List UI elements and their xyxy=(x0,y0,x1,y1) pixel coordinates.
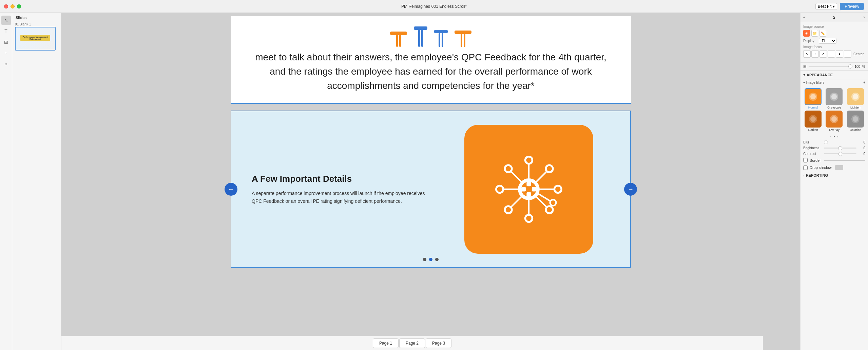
slide-top-content: meet to talk about their answers, the em… xyxy=(231,16,631,104)
contrast-thumb[interactable] xyxy=(838,152,842,156)
panel-number: 2 xyxy=(833,15,835,19)
slide-dots xyxy=(423,258,439,261)
slides-panel-header: Slides xyxy=(15,16,58,20)
panel-close[interactable]: × xyxy=(863,15,865,19)
filter-colorize[interactable]: Colorize xyxy=(846,111,865,132)
add-filter-btn[interactable]: + xyxy=(863,81,865,84)
blur-circle-icon xyxy=(824,140,828,144)
cursor-tool[interactable]: ↖ xyxy=(1,16,11,25)
svg-point-11 xyxy=(547,166,552,171)
traffic-lights xyxy=(4,4,21,8)
plus-tool[interactable]: + xyxy=(1,48,11,58)
blur-slider-row: Blur 0 xyxy=(801,139,868,145)
svg-point-8 xyxy=(526,158,531,163)
slide-thumb-content: Performance ManagementReimagined xyxy=(16,27,55,50)
drop-shadow-checkbox[interactable] xyxy=(803,166,808,170)
stool-orange xyxy=(390,32,407,47)
canvas-area[interactable]: meet to talk about their answers, the em… xyxy=(61,13,800,350)
brightness-slider-row: Brightness 0 xyxy=(801,145,868,151)
svg-point-42 xyxy=(831,116,837,122)
display-dropdown[interactable]: Fit Fill Crop xyxy=(819,38,836,44)
border-checkbox[interactable] xyxy=(803,158,808,162)
svg-point-29 xyxy=(506,166,511,171)
image-edit-btn[interactable]: ✏️ xyxy=(819,30,826,37)
brightness-value: 0 xyxy=(859,146,865,150)
page-tab-2[interactable]: Page 2 xyxy=(399,338,425,348)
contrast-slider-row: Contrast 0 xyxy=(801,151,868,157)
focus-btn-tr[interactable]: ↗ xyxy=(819,50,827,58)
dot-1[interactable] xyxy=(423,258,426,261)
filter-nav-right[interactable]: › xyxy=(837,134,838,138)
display-row: Display Fit Fill Crop xyxy=(803,38,865,44)
brightness-thumb[interactable] xyxy=(838,146,842,150)
slide-thumbnail-1[interactable]: Performance ManagementReimagined xyxy=(15,27,56,51)
svg-line-9 xyxy=(536,171,547,182)
reporting-header[interactable]: › REPORTING xyxy=(801,171,868,179)
border-label: Border xyxy=(810,158,821,162)
dot-2[interactable] xyxy=(429,258,432,261)
focus-btn-mc[interactable]: ● xyxy=(836,50,843,58)
slide-label-1: 01 Blank 1 xyxy=(15,22,58,26)
focus-btn-mr[interactable]: → xyxy=(844,50,851,58)
image-folder-btn[interactable]: 📁 xyxy=(811,30,818,37)
filter-thumb-greyscale xyxy=(826,88,843,105)
svg-line-21 xyxy=(511,197,521,207)
network-icon xyxy=(491,152,566,227)
fullscreen-button[interactable] xyxy=(17,4,21,8)
border-row: Border xyxy=(801,157,868,164)
focus-btn-tc[interactable]: ↑ xyxy=(811,50,819,58)
filter-nav-left[interactable]: ‹ xyxy=(830,134,832,138)
window-title: PM Reimagined 001 Endless Scroll* xyxy=(401,4,467,9)
stool-orange-2 xyxy=(455,31,471,47)
filter-darken[interactable]: Darken xyxy=(803,111,823,132)
nav-arrow-right[interactable]: → xyxy=(624,183,637,196)
focus-btn-ml[interactable]: ← xyxy=(828,50,835,58)
border-line xyxy=(824,160,865,160)
appearance-header[interactable]: ▾ APPEARANCE xyxy=(801,71,868,79)
slide-heading: A Few Important Details xyxy=(252,174,427,184)
panel-collapse-left[interactable]: « xyxy=(803,15,806,20)
filter-label-normal: Normal xyxy=(808,106,818,109)
left-toolbar: ↖ T ⊞ + ○ xyxy=(0,13,12,350)
svg-point-44 xyxy=(853,116,858,122)
filter-greyscale[interactable]: Greyscale xyxy=(824,88,844,109)
slide-item-1[interactable]: 01 Blank 1 Performance ManagementReimagi… xyxy=(15,22,58,51)
text-tool[interactable]: T xyxy=(1,26,11,36)
image-source-row: ◉ 📁 ✏️ xyxy=(803,30,865,37)
dot-3[interactable] xyxy=(435,258,439,261)
page-tab-1[interactable]: Page 1 xyxy=(373,338,399,348)
filter-normal[interactable]: Normal xyxy=(803,88,823,109)
preview-button[interactable]: Preview xyxy=(840,3,864,10)
slide-top-section: meet to talk about their answers, the em… xyxy=(231,16,631,104)
main-layout: ↖ T ⊞ + ○ Slides 01 Blank 1 Performance … xyxy=(0,13,868,350)
stool-blue-1 xyxy=(414,26,427,47)
focus-btn-tl[interactable]: ↖ xyxy=(803,50,811,58)
slides-panel: Slides 01 Blank 1 Performance Management… xyxy=(12,13,61,350)
contrast-track[interactable] xyxy=(824,153,856,154)
svg-point-20 xyxy=(526,216,531,221)
slide-right-content xyxy=(441,125,617,254)
nav-arrow-left[interactable]: ← xyxy=(225,183,237,196)
minimize-button[interactable] xyxy=(11,4,15,8)
circle-tool[interactable]: ○ xyxy=(1,59,11,69)
drop-shadow-label: Drop shadow xyxy=(810,166,832,170)
chevron-right-reporting: › xyxy=(803,173,805,177)
brightness-track[interactable] xyxy=(824,148,856,149)
grid-tool[interactable]: ⊞ xyxy=(1,37,11,47)
svg-point-17 xyxy=(547,207,552,212)
filter-thumb-normal xyxy=(805,88,822,105)
svg-point-38 xyxy=(853,94,858,99)
filter-overlay[interactable]: Overlay xyxy=(824,111,844,132)
drop-shadow-row: Drop shadow xyxy=(801,164,868,171)
stool-blue-2 xyxy=(434,30,448,47)
fit-dropdown[interactable]: Best Fit ▾ xyxy=(815,3,837,10)
fit-label: Best Fit xyxy=(818,4,832,9)
svg-point-40 xyxy=(810,116,816,122)
filter-lighten[interactable]: Lighten xyxy=(846,88,865,109)
right-panel-header: « 2 × xyxy=(801,13,868,22)
filter-label-darken: Darken xyxy=(808,128,818,132)
close-button[interactable] xyxy=(4,4,8,8)
filters-grid: Normal Greyscale Lighten D xyxy=(801,86,868,134)
page-tab-3[interactable]: Page 3 xyxy=(426,338,451,348)
slide-body-text: A separate performance improvement proce… xyxy=(252,190,427,205)
